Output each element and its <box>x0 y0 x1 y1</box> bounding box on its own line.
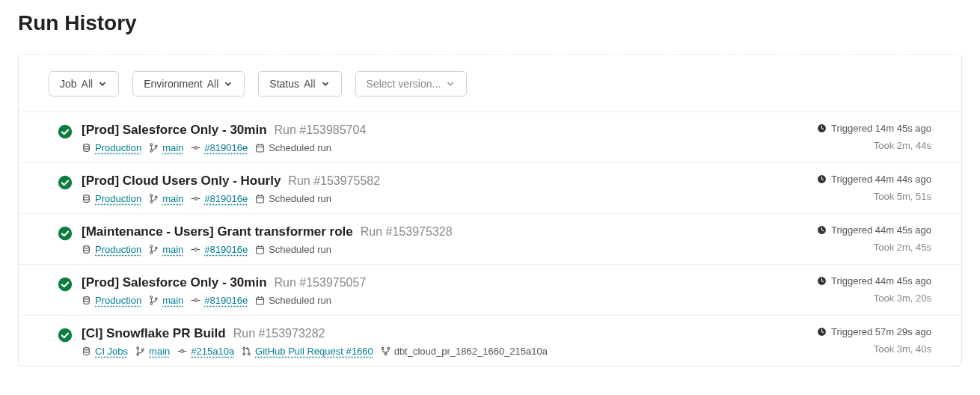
git-branch-icon <box>135 346 145 356</box>
schema-name-label: dbt_cloud_pr_1862_1660_215a10a <box>394 346 548 357</box>
environment-link-label: Production <box>95 295 141 306</box>
triggered-time: Triggered 44m 45s ago <box>817 224 931 236</box>
job-name: [CI] Snowflake PR Build <box>82 326 226 341</box>
job-name: [Prod] Salesforce Only - 30min <box>82 123 267 138</box>
git-branch-icon <box>149 245 159 254</box>
triggered-label: Triggered 44m 45s ago <box>831 224 931 236</box>
environment-link[interactable]: Production <box>82 193 141 204</box>
duration: Took 2m, 45s <box>817 242 931 253</box>
git-commit-icon <box>177 346 187 356</box>
pr-link[interactable]: GitHub Pull Request #1660 <box>242 346 373 357</box>
schema-name: dbt_cloud_pr_1862_1660_215a10a <box>381 346 548 357</box>
environment-link[interactable]: CI Jobs <box>82 346 128 357</box>
trigger-type-label: Scheduled run <box>269 244 331 255</box>
chevron-down-icon <box>445 79 456 89</box>
chevron-down-icon <box>320 79 331 89</box>
commit-link-label: #819016e <box>204 193 248 204</box>
commit-link[interactable]: #819016e <box>191 142 248 153</box>
environment-link[interactable]: Production <box>82 244 141 255</box>
layers-icon <box>82 346 91 356</box>
branch-link[interactable]: main <box>149 244 183 255</box>
job-name: [Prod] Salesforce Only - 30min <box>82 275 267 290</box>
clock-icon <box>817 174 827 184</box>
run-number: Run #153973282 <box>233 327 325 340</box>
git-commit-icon <box>191 296 200 305</box>
commit-link[interactable]: #215a10a <box>177 346 234 357</box>
branch-link-label: main <box>162 244 183 255</box>
run-row[interactable]: [Prod] Salesforce Only - 30minRun #15398… <box>19 111 961 162</box>
environment-filter-label: Environment <box>144 78 203 90</box>
trigger-type-label: Scheduled run <box>269 295 331 306</box>
environment-link-label: Production <box>95 142 141 153</box>
version-select[interactable]: Select version... <box>355 71 468 97</box>
duration: Took 3m, 20s <box>817 293 931 304</box>
run-row[interactable]: [Prod] Salesforce Only - 30minRun #15397… <box>19 264 961 315</box>
git-commit-icon <box>191 143 200 153</box>
commit-link[interactable]: #819016e <box>191 244 248 255</box>
job-filter-value: All <box>82 78 94 90</box>
status-success-icon <box>58 124 73 139</box>
calendar-icon <box>255 194 265 203</box>
environment-link[interactable]: Production <box>82 142 141 153</box>
git-branch-icon <box>149 296 159 305</box>
branch-link[interactable]: main <box>149 193 183 204</box>
environment-filter[interactable]: Environment All <box>132 71 245 97</box>
flow-icon <box>381 346 391 356</box>
commit-link-label: #819016e <box>204 295 248 306</box>
status-filter-label: Status <box>269 78 299 90</box>
status-filter[interactable]: Status All <box>258 71 341 97</box>
job-name: [Maintenance - Users] Grant transformer … <box>82 224 353 239</box>
clock-icon <box>817 276 827 286</box>
run-number: Run #153975582 <box>288 174 380 188</box>
status-success-icon <box>58 328 73 343</box>
triggered-time: Triggered 44m 45s ago <box>817 275 931 287</box>
trigger-type: Scheduled run <box>255 244 331 255</box>
triggered-label: Triggered 14m 45s ago <box>831 123 931 134</box>
duration: Took 5m, 51s <box>817 191 931 202</box>
environment-link[interactable]: Production <box>82 295 141 306</box>
layers-icon <box>82 143 91 153</box>
status-success-icon <box>58 277 73 292</box>
status-filter-value: All <box>304 78 316 90</box>
run-history-panel: Job All Environment All Status All Selec… <box>18 54 962 367</box>
run-row[interactable]: [Maintenance - Users] Grant transformer … <box>19 213 961 264</box>
run-list: [Prod] Salesforce Only - 30minRun #15398… <box>19 111 961 366</box>
trigger-type: Scheduled run <box>255 193 331 204</box>
duration: Took 2m, 44s <box>817 140 931 151</box>
layers-icon <box>82 194 91 203</box>
commit-link[interactable]: #819016e <box>191 193 248 204</box>
environment-filter-value: All <box>207 78 219 90</box>
run-number: Run #153985704 <box>275 123 367 137</box>
run-row[interactable]: [Prod] Cloud Users Only - HourlyRun #153… <box>19 162 961 213</box>
job-filter-label: Job <box>60 78 77 90</box>
triggered-label: Triggered 44m 44s ago <box>831 174 931 185</box>
environment-link-label: Production <box>95 244 141 255</box>
pr-link-label: GitHub Pull Request #1660 <box>255 346 373 357</box>
triggered-time: Triggered 14m 45s ago <box>817 123 931 134</box>
commit-link-label: #819016e <box>204 244 248 255</box>
run-number: Run #153975328 <box>361 225 453 239</box>
git-commit-icon <box>191 194 200 203</box>
trigger-type-label: Scheduled run <box>269 193 331 204</box>
status-success-icon <box>58 226 73 241</box>
layers-icon <box>82 245 91 254</box>
calendar-icon <box>255 143 265 153</box>
clock-icon <box>817 327 827 337</box>
clock-icon <box>817 225 827 235</box>
run-number: Run #153975057 <box>275 276 367 290</box>
layers-icon <box>82 296 91 305</box>
status-success-icon <box>58 175 73 190</box>
branch-link[interactable]: main <box>149 295 183 306</box>
job-name: [Prod] Cloud Users Only - Hourly <box>82 174 281 189</box>
git-branch-icon <box>149 194 159 203</box>
job-filter[interactable]: Job All <box>49 71 119 97</box>
pull-request-icon <box>242 346 251 356</box>
commit-link[interactable]: #819016e <box>191 295 248 306</box>
trigger-type: Scheduled run <box>255 295 331 306</box>
branch-link[interactable]: main <box>149 142 183 153</box>
chevron-down-icon <box>223 79 233 89</box>
run-row[interactable]: [CI] Snowflake PR BuildRun #153973282CI … <box>19 315 961 366</box>
environment-link-label: Production <box>95 193 141 204</box>
branch-link-label: main <box>162 295 183 306</box>
branch-link[interactable]: main <box>135 346 170 357</box>
